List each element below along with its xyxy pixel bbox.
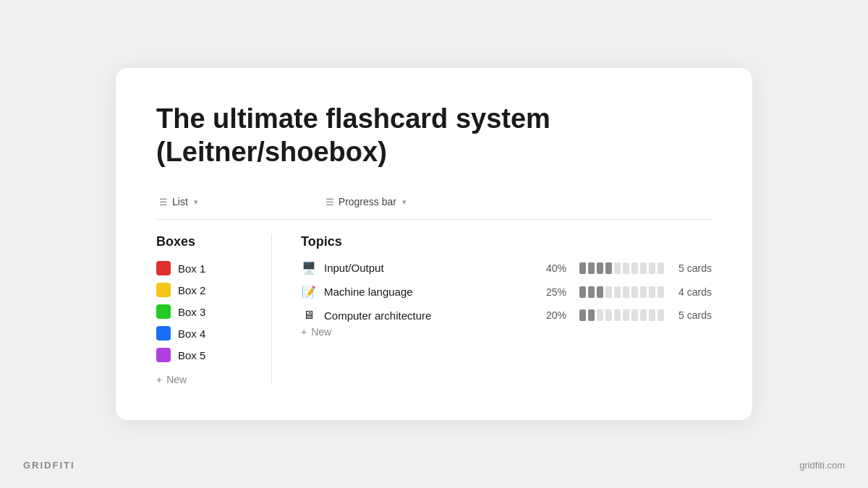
divider: [156, 219, 712, 220]
progress-block: [649, 309, 655, 321]
progress-block: [579, 286, 586, 298]
topic-percentage: 25%: [539, 286, 566, 298]
topic-percentage: 40%: [539, 262, 566, 274]
progress-block: [614, 309, 621, 321]
list-tab-label: List: [172, 196, 188, 207]
page-title: The ultimate flashcard system(Leitner/sh…: [156, 103, 712, 168]
progress-block: [658, 262, 664, 274]
progress-block: [631, 309, 638, 321]
progress-block: [623, 309, 629, 321]
topic-list: 🖥️ Input/Output 40% 5 cards 📝 Machine la…: [301, 261, 712, 322]
progress-block: [658, 286, 664, 298]
topics-header: Topics: [301, 234, 712, 249]
progress-block: [640, 309, 647, 321]
progress-block: [588, 286, 595, 298]
progress-block: [623, 286, 629, 298]
box-label: Box 5: [178, 349, 205, 361]
progress-block: [649, 262, 655, 274]
list-chevron-icon: ▾: [194, 197, 198, 207]
progress-bar-chevron-icon: ▾: [402, 197, 407, 207]
view-controls: ☰ List ▾ ☰ Progress bar ▾: [156, 192, 712, 216]
progress-bar: [579, 262, 664, 274]
list-item: Box 3: [156, 304, 254, 319]
list-item: Box 1: [156, 261, 254, 275]
add-box-plus-icon: +: [156, 374, 162, 385]
progress-block: [597, 286, 603, 298]
list-icon: ☰: [159, 197, 168, 207]
topic-card-count: 5 cards: [678, 262, 712, 274]
left-column: Boxes Box 1 Box 2 Box 3 Box 4 Box 5 + Ne…: [156, 234, 272, 385]
topic-card-count: 5 cards: [678, 309, 712, 321]
table-row: 📝 Machine language 25% 4 cards: [301, 285, 712, 299]
branding-left: GRIDFITI: [23, 460, 75, 471]
progress-block: [631, 262, 638, 274]
topic-name: Machine language: [324, 286, 532, 298]
progress-block: [623, 262, 629, 274]
box-list: Box 1 Box 2 Box 3 Box 4 Box 5: [156, 261, 254, 362]
progress-bar-icon: ☰: [326, 197, 334, 207]
list-item: Box 4: [156, 326, 254, 341]
progress-bar: [579, 309, 664, 321]
branding-right: gridfiti.com: [799, 460, 845, 471]
progress-block: [649, 286, 655, 298]
progress-block: [631, 286, 638, 298]
progress-block: [597, 262, 603, 274]
box-color-swatch: [156, 304, 171, 319]
progress-bar-tab[interactable]: ☰ Progress bar ▾: [323, 192, 415, 216]
add-box-label: New: [166, 374, 187, 385]
add-topic-label: New: [311, 326, 331, 338]
progress-block: [605, 262, 612, 274]
progress-block: [640, 286, 647, 298]
right-column: Topics 🖥️ Input/Output 40% 5 cards 📝 Mac…: [272, 234, 712, 385]
progress-block: [579, 262, 586, 274]
list-tab[interactable]: ☰ List ▾: [156, 192, 207, 216]
progress-bar-tab-label: Progress bar: [339, 196, 396, 207]
add-topic-plus-icon: +: [301, 326, 307, 338]
list-item: Box 2: [156, 283, 254, 297]
topic-icon: 🖥️: [301, 261, 317, 275]
progress-block: [614, 286, 621, 298]
topic-icon: 🖥: [301, 309, 317, 322]
boxes-header: Boxes: [156, 234, 254, 249]
progress-block: [614, 262, 621, 274]
box-label: Box 4: [178, 328, 205, 340]
add-box-button[interactable]: + New: [156, 374, 254, 385]
progress-block: [658, 309, 664, 321]
progress-block: [605, 286, 612, 298]
topic-name: Input/Output: [324, 262, 532, 274]
progress-block: [579, 309, 586, 321]
topic-percentage: 20%: [539, 309, 566, 321]
progress-block: [597, 309, 603, 321]
box-label: Box 1: [178, 262, 205, 275]
list-item: Box 5: [156, 348, 254, 362]
add-topic-button[interactable]: + New: [301, 326, 712, 338]
box-color-swatch: [156, 261, 171, 275]
table-row: 🖥 Computer architecture 20% 5 cards: [301, 309, 712, 322]
box-color-swatch: [156, 348, 171, 362]
topic-card-count: 4 cards: [678, 286, 712, 298]
table-row: 🖥️ Input/Output 40% 5 cards: [301, 261, 712, 275]
box-label: Box 3: [178, 306, 205, 318]
box-label: Box 2: [178, 284, 205, 296]
progress-block: [640, 262, 647, 274]
box-color-swatch: [156, 326, 171, 341]
progress-block: [588, 262, 595, 274]
box-color-swatch: [156, 283, 171, 297]
topic-icon: 📝: [301, 285, 317, 299]
progress-bar: [579, 286, 664, 298]
topic-name: Computer architecture: [324, 309, 532, 322]
progress-block: [588, 309, 595, 321]
columns-container: Boxes Box 1 Box 2 Box 3 Box 4 Box 5 + Ne…: [156, 234, 712, 385]
progress-block: [605, 309, 612, 321]
main-card: The ultimate flashcard system(Leitner/sh…: [116, 68, 752, 420]
